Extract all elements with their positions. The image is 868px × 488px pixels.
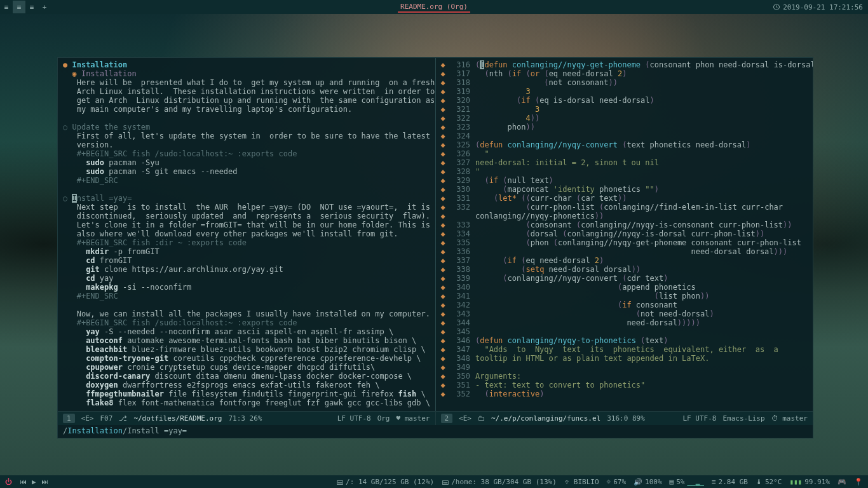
brightness: ☼67% [607, 478, 627, 486]
next-track-button[interactable]: ⏭ [41, 478, 48, 486]
music-controls: ⏮ ▶ ⏭ [20, 478, 48, 486]
datetime-text: 2019-09-21 17:21:56 [783, 3, 863, 11]
left-buffer[interactable]: ● Installation ◉ Installation Here will … [58, 58, 436, 411]
disk-icon: 🖴 [336, 478, 343, 486]
wifi: ᯤBIBLIO [564, 478, 599, 486]
ram: ≡2.84 GB [712, 478, 748, 486]
disk-icon: 🖴 [442, 478, 449, 486]
encoding: LF UTF-8 [682, 414, 716, 423]
workspace-2-button[interactable]: ≡ [13, 1, 25, 13]
cursor-position: 316:0 89% [607, 414, 645, 423]
window-titlebar: ≡ ≡ ≡ + README.org (Org) 2019-09-21 17:2… [0, 0, 868, 14]
brightness-icon: ☼ [607, 478, 611, 486]
thermometer-icon: 🌡 [756, 478, 763, 486]
disk-root: 🖴/: 14 GB/125 GB (12%) [336, 478, 434, 486]
evil-state: <E> [81, 414, 94, 423]
cpu-icon: ▤ [670, 478, 674, 486]
layout-indicator: F07 [100, 414, 113, 423]
workspace-3-button[interactable]: ≡ [25, 1, 38, 13]
play-button[interactable]: ▶ [32, 478, 36, 486]
major-mode: Org [377, 414, 390, 423]
vcs-branch: ⏱ master [771, 414, 808, 423]
breadcrumb-rest: /Install =yay= [123, 426, 187, 435]
discord-icon[interactable]: 🎮 [837, 478, 846, 486]
battery-icon: ▮▮▮ [789, 478, 802, 486]
buffer-path: ~/dotfiles/README.org [133, 414, 222, 423]
battery: ▮▮▮99.91% [789, 478, 830, 486]
cursor-position: 71:3 26% [228, 414, 262, 423]
prev-track-button[interactable]: ⏮ [20, 478, 27, 486]
volume-icon: 🔊 [634, 478, 642, 486]
clock-icon [773, 3, 780, 11]
major-mode: Emacs-Lisp [722, 414, 764, 423]
window-title: README.org (Org) [398, 2, 470, 13]
modeline-left: 1 <E> F07 ⎇ ~/dotfiles/README.org 71:3 2… [58, 411, 436, 425]
window-number: 2 [441, 414, 453, 423]
encoding: LF UTF-8 [337, 414, 371, 423]
split-panes: ● Installation ◉ Installation Here will … [58, 58, 813, 411]
minibuffer[interactable]: /Installation/Install =yay= [58, 425, 813, 438]
clock: 2019-09-21 17:21:56 [773, 3, 868, 11]
temperature: 🌡52°C [756, 478, 782, 486]
workspace-add-button[interactable]: + [38, 1, 51, 13]
power-icon[interactable]: ⏻ [5, 478, 12, 486]
cpu: ▤5% ▁▁▂▁ [670, 478, 704, 486]
window-number: 1 [63, 414, 75, 423]
modeline-right: 2 <E> 🗀 ~/.e/p/conlanging/funcs.el 316:0… [436, 411, 813, 425]
emacs-frame: ● Installation ◉ Installation Here will … [57, 57, 813, 438]
right-buffer[interactable]: ◆ 316([defun conlanging//nyqy-get-phonem… [436, 58, 813, 411]
folder-icon: 🗀 [478, 414, 485, 423]
modelines: 1 <E> F07 ⎇ ~/dotfiles/README.org 71:3 2… [58, 411, 813, 425]
breadcrumb-segment: Installation [67, 426, 123, 435]
ram-icon: ≡ [712, 478, 716, 486]
volume: 🔊100% [634, 478, 662, 486]
disk-home: 🖴/home: 38 GB/304 GB (13%) [442, 478, 557, 486]
workspace-1-button[interactable]: ≡ [0, 1, 13, 13]
evil-state: <E> [459, 414, 471, 423]
location-icon[interactable]: 📍 [854, 478, 863, 486]
cpu-bars: ▁▁▂▁ [687, 478, 704, 486]
buffer-path: ~/.e/p/conlanging/funcs.el [491, 414, 600, 423]
branch-icon: ⎇ [119, 414, 127, 423]
status-bar: ⏻ ⏮ ▶ ⏭ 🖴/: 14 GB/125 GB (12%) 🖴/home: 3… [0, 475, 868, 488]
wifi-icon: ᯤ [564, 478, 571, 486]
workspace-switcher: ≡ ≡ ≡ + [0, 1, 51, 13]
vcs-branch: ♥ master [397, 414, 430, 423]
